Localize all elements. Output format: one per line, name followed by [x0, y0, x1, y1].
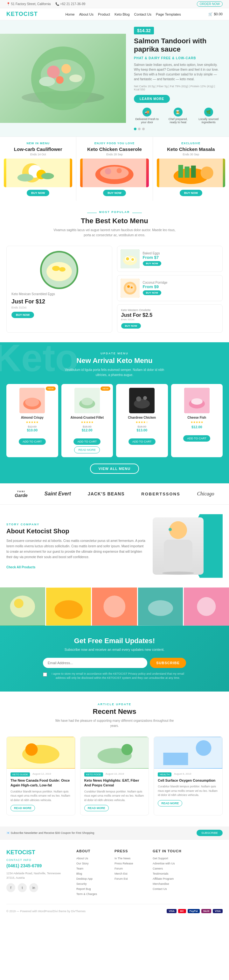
nav-templates[interactable]: Page Templates [156, 13, 181, 16]
footer-get-in-touch-col: GET IN TOUCH Get Support Advertise with … [153, 849, 185, 897]
arrival-p4-add-cart[interactable]: ADD TO CART [183, 435, 210, 442]
newsletter-subscribe-button[interactable]: SUBSCRIBE [150, 658, 186, 668]
footer-advertise[interactable]: Advertise with Us [153, 862, 185, 865]
svg-point-73 [121, 744, 132, 755]
newsletter-email-input[interactable] [43, 658, 147, 668]
footer-contact-us[interactable]: Contact Us [153, 887, 185, 891]
newsletter-checkbox[interactable] [43, 673, 47, 676]
arrival-p2-stars: ★★★★★ [65, 421, 109, 424]
hero-section: $14.32 Salmon Tandoori with paprika sauc… [0, 21, 229, 137]
footer-affiliate[interactable]: Affiliate Program [153, 877, 185, 880]
hero-dot-3[interactable] [142, 128, 145, 130]
footer-columns: KETOCIST CONTACT INFO (0461) 2345-6789 1… [6, 849, 223, 897]
baked-eggs-buy[interactable]: BUY NOW [143, 261, 161, 266]
omelette-label: Keto Western Omelette [121, 309, 219, 312]
arrival-product-3: Chardrew Chicken ★★★★☆ $18.00 $13.00 ADD… [116, 384, 168, 457]
footer-blog[interactable]: Blog [76, 872, 108, 875]
svg-point-49 [143, 396, 147, 400]
arrival-p3-old-price: $18.00 [120, 425, 164, 428]
chardrew-img [129, 388, 155, 413]
arrival-p4-stars: ★★★★★ [175, 421, 219, 424]
arrival-p3-add-cart[interactable]: ADD TO CART [128, 438, 156, 445]
hero-feature-chef: 👨‍🍳 Chef prepared, ready to heat [165, 108, 191, 124]
person-image [153, 517, 204, 575]
new-badge-1: NEW [46, 387, 56, 391]
nav-home[interactable]: Home [65, 13, 74, 16]
footer-our-story[interactable]: Our Story [76, 862, 108, 865]
news-title-2: Keto News Highlights: EAT, Fiber And Pee… [84, 778, 145, 788]
feat-date-2: Ends 28 Sep [80, 153, 148, 156]
footer-about-us[interactable]: About Us [76, 857, 108, 860]
popular-main-label: Keto Mexican Scrambled Eggs [11, 292, 107, 296]
svg-point-7 [69, 75, 82, 82]
footer-report-bug[interactable]: Report Bug [76, 887, 108, 891]
gallery-img-3 [92, 587, 137, 626]
feat-buy-3[interactable]: BUY NOW [180, 190, 202, 196]
payment-icons: VISA MC PayPal Skrill VISA [167, 909, 223, 913]
twitter-icon[interactable]: t [18, 883, 27, 892]
footer-testimonials[interactable]: Testimonials [153, 872, 185, 875]
news-card-2: KETO FOOD August 10, 2019 Keto News High… [80, 737, 149, 815]
popular-main-buy[interactable]: BUY NOW [11, 312, 34, 318]
instagram-icon[interactable]: in [29, 883, 38, 892]
footer-security[interactable]: Security [76, 882, 108, 885]
arrival-product-1: NEW Almond Crispy ★★★★★ $12.00 $10.00 AD… [6, 384, 58, 457]
footer-terms[interactable]: Term & Charges [76, 892, 108, 896]
footer-merchandise[interactable]: Merchandise [153, 882, 185, 885]
nav-about[interactable]: About Us [79, 13, 93, 16]
footer-in-news[interactable]: In The News [115, 857, 146, 860]
almond-crispy-illustration [19, 388, 45, 413]
svg-rect-21 [178, 165, 183, 178]
footer-merch[interactable]: Merch Est [115, 872, 146, 875]
footer-forum[interactable]: Forum [115, 867, 146, 870]
arrival-product-2: NEW Almond-Crusted Fillet ★★★★★ $15.00 $… [62, 384, 113, 457]
news-read-more-2[interactable]: READ MORE [84, 805, 109, 811]
feat-title-1: Low-carb Cauliflower [4, 146, 72, 152]
omelette-buy[interactable]: BUY NOW [121, 323, 141, 329]
feat-buy-1[interactable]: BUY NOW [27, 190, 49, 196]
news-title-3: Cell Surface Oxygen Consumption [158, 778, 218, 783]
footer-press-release[interactable]: Press Release [115, 862, 146, 865]
arrival-p3-stars: ★★★★☆ [120, 421, 164, 424]
arrival-p2-add-cart[interactable]: ADD TO CART [73, 438, 101, 445]
learn-more-button[interactable]: LEARN MORE [134, 95, 170, 103]
nav-product[interactable]: Product [98, 13, 110, 16]
svg-point-67 [197, 597, 216, 616]
feat-buy-2[interactable]: BUY NOW [103, 190, 126, 196]
news-meta-3: HEALTH August 8, 2019 [158, 772, 218, 776]
svg-point-38 [127, 285, 130, 288]
nav-contact[interactable]: Contact Us [134, 13, 152, 16]
footer-subscribe-button[interactable]: SUBSCRIBE [197, 830, 223, 836]
view-all-button[interactable]: VIEW ALL MENU [90, 464, 139, 474]
footer-get-support[interactable]: Get Support [153, 857, 185, 860]
footer-forum-est[interactable]: Forum Est [115, 877, 146, 880]
cart-icon[interactable]: 🛒 $0.00 [208, 12, 223, 16]
cauliflower-img [4, 159, 72, 187]
check-all-button[interactable]: Check All Products [6, 565, 35, 569]
arrival-p2-read-more[interactable]: READ MORE [74, 446, 100, 453]
hero-dot-1[interactable] [134, 128, 136, 130]
phone-info: 📞 +62 21 217-36-99 [55, 2, 85, 6]
news-read-more-1[interactable]: READ MORE [11, 805, 35, 811]
footer-team[interactable]: Team [76, 867, 108, 870]
order-now-button[interactable]: ORDER NOW [197, 1, 223, 7]
footer-brand-logo: KETOCIST [6, 849, 70, 856]
almond-crispy-img [19, 388, 45, 413]
arrival-p2-new-price: $12.00 [65, 428, 109, 432]
hero-dot-2[interactable] [138, 128, 141, 130]
footer-careers[interactable]: Careers [153, 867, 185, 870]
svg-point-6 [39, 77, 55, 86]
arrival-p1-add-cart[interactable]: ADD TO CART [19, 438, 46, 445]
svg-point-24 [201, 167, 213, 179]
news-content-1: KETO GUIDE August 12, 2019 The New Canad… [7, 768, 75, 815]
popular-section-label: MOST POPULAR [99, 210, 130, 214]
footer-desktop-app[interactable]: Desktop App [76, 877, 108, 880]
coconut-porridge-buy[interactable]: BUY NOW [143, 290, 161, 295]
news-read-more-3[interactable]: READ MORE [158, 800, 182, 807]
hero-content: $14.32 Salmon Tandoori with paprika sauc… [126, 21, 229, 137]
footer-about-col: ABOUT About Us Our Story Team Blog Deskt… [76, 849, 108, 897]
facebook-icon[interactable]: f [6, 883, 15, 892]
masala-img [157, 159, 225, 187]
nav-blog[interactable]: Keto Blog [115, 13, 130, 16]
footer-promo: 📧 Subscribe Newsletter and Receive $30 C… [0, 827, 229, 839]
